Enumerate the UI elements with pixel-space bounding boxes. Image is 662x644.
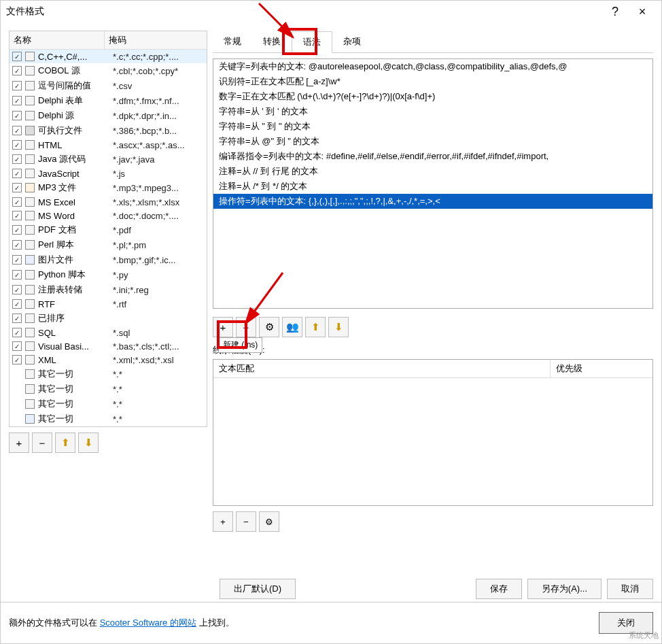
list-item[interactable]: Python 脚本*.py — [10, 267, 207, 282]
checkbox-icon[interactable] — [12, 169, 22, 178]
col-mask[interactable]: 掩码 — [105, 31, 207, 49]
sub-col-textmatch[interactable]: 文本匹配 — [213, 360, 551, 377]
list-item[interactable]: RTF*.rtf — [10, 297, 207, 311]
list-item[interactable]: 可执行文件*.386;*.bcp;*.b... — [10, 123, 207, 138]
list-body[interactable]: C,C++,C#,...*.c;*.cc;*.cpp;*....COBOL 源*… — [10, 50, 207, 426]
sub-gear-button[interactable]: ⚙ — [259, 511, 279, 532]
checkbox-icon[interactable] — [12, 96, 22, 105]
checkbox-icon[interactable] — [12, 183, 22, 192]
file-format-list: 名称 掩码 C,C++,C#,...*.c;*.cc;*.cpp;*....CO… — [9, 31, 207, 427]
scooter-link[interactable]: Scooter Software 的网站 — [100, 617, 196, 628]
list-item[interactable]: COBOL 源*.cbl;*.cob;*.cpy* — [10, 63, 207, 78]
save-button[interactable]: 保存 — [476, 579, 522, 599]
list-item[interactable]: XML*.xml;*.xsd;*.xsl — [10, 353, 207, 367]
list-item-mask: *.xml;*.xsd;*.xsl — [113, 355, 204, 365]
col-name[interactable]: 名称 — [10, 31, 105, 49]
checkbox-icon[interactable] — [12, 341, 22, 351]
add-format-button[interactable]: + — [9, 433, 29, 453]
checkbox-icon[interactable] — [12, 81, 22, 90]
rule-line[interactable]: 识别符=正在文本匹配 [_a-z]\w* — [213, 74, 652, 89]
sub-table[interactable]: 文本匹配 优先级 — [213, 359, 653, 506]
list-item[interactable]: Delphi 源*.dpk;*.dpr;*.in... — [10, 108, 207, 123]
checkbox-icon[interactable] — [12, 126, 22, 135]
list-item-mask: *.bas;*.cls;*.ctl;... — [113, 341, 204, 352]
rule-line[interactable]: 注释=从 // 到 行尾 的文本 — [213, 164, 652, 179]
tab-general[interactable]: 常规 — [213, 31, 252, 53]
list-item[interactable]: 注册表转储*.ini;*.reg — [10, 282, 207, 297]
move-up-button[interactable]: ⬆ — [55, 433, 75, 453]
list-item[interactable]: MS Word*.doc;*.docm;*.... — [10, 209, 207, 222]
rules-listbox[interactable]: 关键字=列表中的文本: @autoreleasepool,@catch,@cla… — [213, 58, 653, 309]
list-item[interactable]: 图片文件*.bmp;*.gif;*.ic... — [10, 252, 207, 267]
checkbox-icon[interactable] — [12, 140, 22, 150]
list-item[interactable]: Java 源代码*.jav;*.java — [10, 152, 207, 167]
list-item[interactable]: MP3 文件*.mp3;*.mpeg3... — [10, 180, 207, 195]
checkbox-icon[interactable] — [12, 255, 22, 265]
list-item[interactable]: 其它一切*.* — [10, 411, 207, 426]
list-item[interactable]: HTML*.ascx;*.asp;*.as... — [10, 138, 207, 152]
rule-line[interactable]: 字符串=从 ' 到 ' 的文本 — [213, 104, 652, 119]
tab-misc[interactable]: 杂项 — [332, 31, 372, 53]
rule-down-button[interactable]: ⬇ — [328, 317, 349, 337]
list-item[interactable]: C,C++,C#,...*.c;*.cc;*.cpp;*.... — [10, 50, 207, 63]
save-as-button[interactable]: 另存为(A)... — [527, 579, 602, 599]
list-item[interactable]: JavaScript*.js — [10, 167, 207, 180]
file-icon — [24, 139, 35, 150]
checkbox-icon[interactable] — [12, 299, 22, 309]
checkbox-icon[interactable] — [12, 52, 22, 61]
titlebar: 文件格式 ? × — [1, 1, 661, 22]
list-item[interactable]: Visual Basi...*.bas;*.cls;*.ctl;... — [10, 339, 207, 353]
checkbox-icon[interactable] — [12, 270, 22, 279]
rule-line[interactable]: 注释=从 /* 到 */ 的文本 — [213, 179, 652, 194]
list-item[interactable]: MS Excel*.xls;*.xlsm;*.xlsx — [10, 195, 207, 209]
file-icon — [24, 269, 35, 280]
list-item-mask: *.bmp;*.gif;*.ic... — [113, 255, 204, 265]
checkbox-icon[interactable] — [12, 211, 22, 220]
file-icon — [24, 299, 35, 309]
list-item-mask: *.sql — [113, 328, 204, 338]
list-item-mask: *.c;*.cc;*.cpp;*.... — [113, 52, 204, 62]
help-button[interactable]: ? — [602, 5, 629, 19]
sub-col-priority[interactable]: 优先级 — [551, 360, 652, 377]
rule-line[interactable]: 编译器指令=列表中的文本: #define,#elif,#else,#endif… — [213, 149, 652, 164]
rule-line[interactable]: 操作符=列表中的文本: {,},(,),[,],.,:,;,",",;,!,?,… — [213, 194, 652, 209]
checkbox-icon[interactable] — [12, 313, 22, 323]
list-item[interactable]: SQL*.sql — [10, 326, 207, 339]
checkbox-icon[interactable] — [12, 285, 22, 294]
list-item-name: Perl 脚本 — [38, 239, 113, 251]
list-item-name: 注册表转储 — [38, 284, 113, 296]
list-item-name: XML — [38, 355, 113, 365]
checkbox-icon[interactable] — [12, 225, 22, 235]
checkbox-icon[interactable] — [12, 355, 22, 365]
file-icon — [24, 354, 35, 365]
sub-remove-button[interactable]: − — [236, 511, 256, 532]
list-item[interactable]: Perl 脚本*.pl;*.pm — [10, 237, 207, 252]
move-down-button[interactable]: ⬇ — [78, 433, 99, 453]
list-item[interactable]: 其它一切*.* — [10, 396, 207, 411]
sub-add-button[interactable]: + — [213, 511, 233, 532]
checkbox-icon[interactable] — [12, 111, 22, 120]
close-button[interactable]: × — [629, 5, 656, 19]
list-item[interactable]: Delphi 表单*.dfm;*.fmx;*.nf... — [10, 93, 207, 108]
file-icon — [24, 254, 35, 265]
list-item[interactable]: 其它一切*.* — [10, 367, 207, 382]
checkbox-icon[interactable] — [12, 154, 22, 164]
list-item[interactable]: 已排序 — [10, 311, 207, 326]
checkbox-icon[interactable] — [12, 66, 22, 75]
rule-line[interactable]: 数字=正在文本匹配 (\d+(\.\d+)?(e[+-]?\d+)?)|(0x[… — [213, 89, 652, 104]
checkbox-icon[interactable] — [12, 197, 22, 207]
list-item-mask: *.* — [113, 384, 204, 394]
checkbox-icon[interactable] — [12, 328, 22, 337]
checkbox-icon[interactable] — [12, 240, 22, 250]
rule-line[interactable]: 字符串=从 " 到 " 的文本 — [213, 119, 652, 134]
list-item-name: HTML — [38, 140, 113, 150]
list-item[interactable]: 逗号间隔的值*.csv — [10, 78, 207, 93]
factory-defaults-button[interactable]: 出厂默认(D) — [220, 579, 296, 599]
list-item-mask: *.mp3;*.mpeg3... — [113, 183, 204, 193]
rule-line[interactable]: 字符串=从 @" 到 " 的文本 — [213, 134, 652, 149]
list-item[interactable]: 其它一切*.* — [10, 382, 207, 396]
cancel-button[interactable]: 取消 — [607, 579, 653, 599]
rule-line[interactable]: 关键字=列表中的文本: @autoreleasepool,@catch,@cla… — [213, 59, 652, 74]
list-item[interactable]: PDF 文档*.pdf — [10, 222, 207, 237]
remove-format-button[interactable]: − — [32, 433, 52, 453]
